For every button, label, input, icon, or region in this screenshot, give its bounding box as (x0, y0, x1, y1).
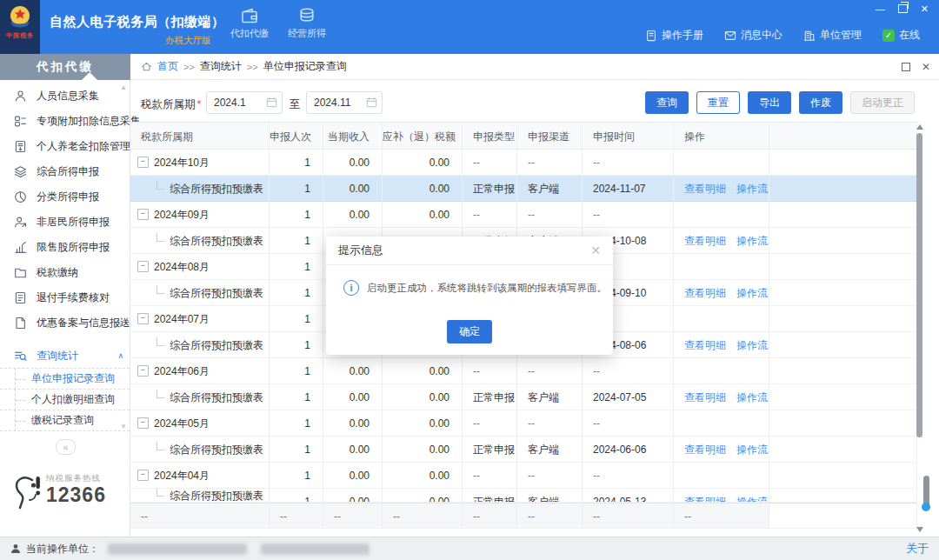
sidebar-item[interactable]: 个人养老金扣除管理 (0, 134, 130, 159)
count-cell: 1 (270, 410, 323, 437)
close-button[interactable]: ✕ (922, 61, 930, 73)
toolbar-button[interactable]: 查询 (645, 91, 689, 114)
operation-log-link[interactable]: 操作流水 (736, 287, 769, 299)
collapse-row-toggle[interactable]: − (137, 209, 149, 220)
channel-cell: 客户端 (517, 176, 583, 202)
column-header: 当期收入 (323, 122, 383, 150)
wallet-icon (240, 7, 259, 24)
toolbar-button[interactable]: 作废 (799, 91, 842, 114)
summary-cell: -- (463, 503, 517, 529)
table-scrollbar-thumb[interactable] (916, 133, 922, 437)
folder-icon (14, 266, 27, 279)
collapse-row-toggle[interactable]: − (137, 365, 149, 377)
sidebar-item[interactable]: 分类所得申报 (0, 184, 130, 210)
collapse-row-toggle[interactable]: − (137, 261, 149, 272)
summary-cell: -- (583, 503, 674, 529)
table-row[interactable]: −2024年05月10.000.00------ (130, 410, 917, 437)
chart-icon (14, 241, 27, 254)
collapse-row-toggle[interactable]: − (137, 157, 149, 168)
view-detail-link[interactable]: 查看明细 (684, 339, 726, 351)
table-row[interactable]: 综合所得预扣预缴表10.000.00正常申报客户端2024-06-06查看明细操… (130, 437, 917, 463)
redacted-unit-name (108, 543, 247, 555)
sidebar-item[interactable]: 优惠备案与信息报送∨ (0, 310, 130, 336)
sidebar-subitem[interactable]: 缴税记录查询 (0, 410, 130, 431)
top-menu-label: 消息中心 (741, 28, 782, 43)
table-row[interactable]: −2024年06月10.000.00------ (130, 358, 917, 384)
income-cell: 0.00 (323, 489, 383, 503)
sidebar-subitem[interactable]: 单位申报记录查询 (0, 369, 130, 390)
table-row[interactable]: 综合所得预扣预缴表10.000.00正常申报客户端2024-05-13查看明细操… (130, 489, 917, 503)
table-row[interactable]: −2024年10月10.000.00------ (130, 150, 917, 176)
sidebar-item[interactable]: 非居民所得申报 (0, 210, 130, 235)
confirm-button[interactable]: 确定 (447, 320, 492, 343)
sidebar-item-query-stats[interactable]: 查询统计∧ (0, 343, 130, 368)
sidebar-item[interactable]: 人员信息采集 (0, 83, 130, 109)
collapse-row-toggle[interactable]: − (137, 417, 149, 429)
table-row[interactable]: 综合所得预扣预缴表10.000.00正常申报客户端2024-07-05查看明细操… (130, 384, 917, 410)
about-link[interactable]: 关于 (906, 541, 929, 557)
operations-cell: 查看明细操作流水 (674, 280, 769, 306)
toolbar-button[interactable]: 重置 (696, 91, 740, 114)
row-label: 综合所得预扣预缴表 (170, 280, 263, 306)
type-cell: 正常申报 (463, 384, 517, 410)
scrollbar-drag-dot[interactable] (922, 503, 930, 511)
operation-log-link[interactable]: 操作流水 (736, 183, 769, 195)
sidebar-subitem[interactable]: 个人扣缴明细查询 (0, 390, 130, 410)
table-row[interactable]: 综合所得预扣预缴表10.000.00正常申报客户端2024-11-07查看明细操… (130, 176, 917, 202)
dialog-footer: 确定 (326, 320, 613, 343)
view-detail-link[interactable]: 查看明细 (684, 496, 726, 503)
top-menu-item[interactable]: 单位管理 (803, 28, 862, 43)
top-menu-item[interactable]: 消息中心 (724, 28, 782, 43)
sidebar-item-label: 个人养老金扣除管理 (37, 139, 130, 154)
collapse-row-toggle[interactable]: − (137, 313, 149, 324)
tax-cell: 0.00 (383, 463, 463, 489)
breadcrumb-item-current: 单位申报记录查询 (263, 59, 347, 74)
table-scroll-down-icon[interactable] (916, 527, 923, 532)
collapse-row-toggle[interactable]: − (137, 470, 149, 481)
operation-log-link[interactable]: 操作流水 (736, 339, 769, 351)
toolbar-button: 启动更正 (850, 91, 915, 114)
view-detail-link[interactable]: 查看明细 (684, 235, 726, 247)
sidebar-item[interactable]: 税款缴纳 (0, 260, 130, 285)
table-row[interactable]: −2024年09月10.000.00------ (130, 202, 917, 228)
spacer-cell (769, 202, 917, 228)
dialog-close-icon[interactable]: ✕ (590, 243, 601, 257)
minimize-button[interactable]: — (876, 3, 885, 15)
top-menu-item[interactable]: ✓在线 (882, 28, 920, 43)
sidebar-subitem-label: 个人扣缴明细查询 (31, 392, 115, 407)
close-button[interactable]: ✕ (921, 3, 929, 15)
operation-log-link[interactable]: 操作流水 (736, 391, 769, 403)
module-tab-active[interactable]: 代扣代缴 (226, 7, 273, 40)
operation-log-link[interactable]: 操作流水 (736, 443, 769, 456)
calendar-icon[interactable] (266, 97, 277, 108)
breadcrumb-home-link[interactable]: 首页 (157, 59, 178, 74)
tax-cell: 0.00 (383, 410, 463, 437)
view-detail-link[interactable]: 查看明细 (684, 183, 726, 195)
view-detail-link[interactable]: 查看明细 (684, 287, 726, 299)
operations-cell (674, 254, 769, 280)
sidebar-item[interactable]: 限售股所得申报 (0, 235, 130, 260)
spacer-cell (769, 358, 917, 384)
operation-log-link[interactable]: 操作流水 (736, 235, 769, 247)
table-scroll-up-icon[interactable] (916, 124, 923, 130)
sidebar-item[interactable]: 退付手续费核对 (0, 285, 130, 310)
module-tab-inactive[interactable]: 经营所得 (283, 7, 330, 40)
breadcrumb-item-query-stats[interactable]: 查询统计 (200, 59, 242, 74)
view-detail-link[interactable]: 查看明细 (684, 391, 726, 403)
restore-button[interactable] (898, 4, 908, 13)
calendar-icon[interactable] (366, 97, 377, 108)
top-menu-item[interactable]: 操作手册 (645, 28, 703, 43)
sidebar-collapse-button[interactable]: « (56, 439, 76, 455)
sidebar-item[interactable]: 专项附加扣除信息采集 (0, 109, 130, 134)
table-header-row: 税款所属期申报人次当期收入应补（退）税额申报类型申报渠道申报时间操作 (130, 122, 917, 150)
toolbar-button[interactable]: 导出 (748, 91, 791, 114)
income-cell: 0.00 (323, 176, 383, 202)
operation-log-link[interactable]: 操作流水 (736, 496, 769, 503)
row-label: 2024年09月 (154, 202, 210, 228)
sidebar-scroll-down-icon[interactable]: ▼ (120, 423, 127, 430)
table-row[interactable]: −2024年04月10.000.00------ (130, 463, 917, 489)
maximize-button[interactable] (902, 63, 910, 71)
sidebar-item-label: 综合所得申报 (37, 164, 99, 179)
sidebar-item[interactable]: 综合所得申报 (0, 159, 130, 184)
view-detail-link[interactable]: 查看明细 (684, 443, 726, 456)
